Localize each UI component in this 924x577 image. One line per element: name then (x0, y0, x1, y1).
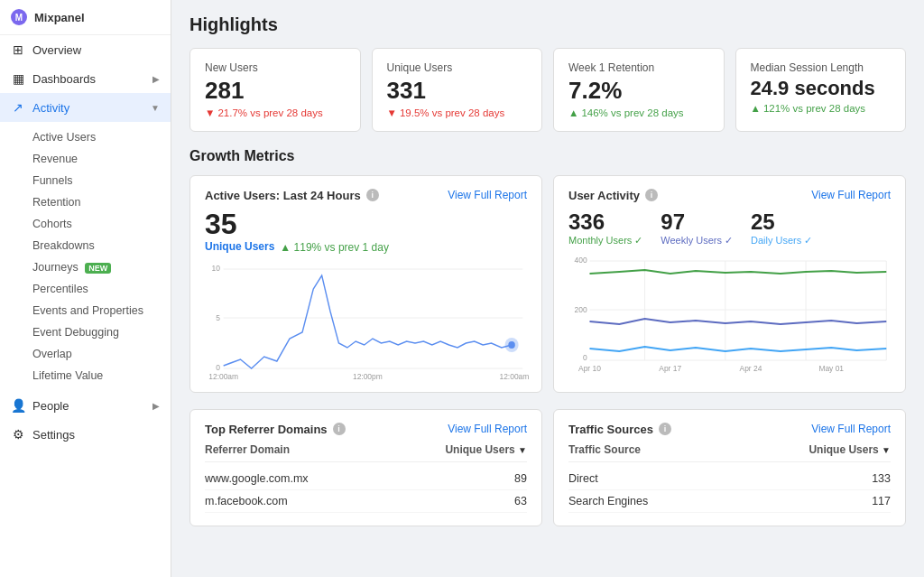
traffic-info-icon[interactable]: i (659, 423, 671, 435)
logo: M Mixpanel (0, 0, 171, 35)
sidebar-sub-breakdowns[interactable]: Breakdowns (32, 235, 171, 256)
referrer-row2-users: 63 (514, 495, 527, 507)
sidebar-sub-retention[interactable]: Retention (32, 191, 171, 213)
logo-label: Mixpanel (34, 11, 85, 24)
traffic-row2-users: 117 (872, 495, 891, 507)
ua-weekly: 97 Weekly Users ✓ (661, 209, 733, 247)
svg-point-9 (508, 341, 515, 349)
referrer-view-report[interactable]: View Full Report (448, 423, 527, 435)
sidebar-sub-journeys[interactable]: Journeys NEW (32, 256, 171, 278)
user-activity-title: User Activity (568, 189, 640, 202)
highlight-new-users-trend: ▼ 21.7% vs prev 28 days (205, 107, 346, 118)
traffic-title: Traffic Sources (568, 423, 653, 436)
referrer-title: Top Referrer Domains (205, 423, 328, 436)
user-activity-view-report[interactable]: View Full Report (811, 189, 891, 201)
user-activity-header: User Activity i View Full Report (568, 189, 891, 202)
user-activity-stats: 336 Monthly Users ✓ 97 Weekly Users ✓ 25 (568, 209, 891, 247)
ua-daily-label: Daily Users ✓ (751, 235, 812, 247)
traffic-col2-header: Unique Users ▼ (808, 443, 891, 456)
active-users-title: Active Users: Last 24 Hours (205, 189, 361, 202)
highlight-card-unique-users: Unique Users 331 ▼ 19.5% vs prev 28 days (372, 48, 543, 132)
sidebar-item-dashboards[interactable]: ▦ Dashboards ▶ (0, 64, 171, 93)
people-icon: 👤 (11, 398, 25, 413)
main-content: Highlights New Users 281 ▼ 21.7% vs prev… (171, 0, 924, 577)
svg-text:200: 200 (575, 304, 587, 313)
highlight-unique-users-value: 331 (387, 78, 528, 104)
traffic-row2-source: Search Engines (568, 495, 648, 507)
user-activity-chart: 400 200 0 (568, 254, 891, 371)
growth-metrics-row: Active Users: Last 24 Hours i View Full … (189, 175, 906, 393)
page-title: Highlights (189, 14, 906, 35)
active-users-card: Active Users: Last 24 Hours i View Full … (189, 175, 542, 393)
highlight-retention-trend: ▲ 146% vs prev 28 days (568, 107, 709, 118)
highlight-card-session-length: Median Session Length 24.9 seconds ▲ 121… (735, 48, 907, 132)
highlight-session-trend: ▲ 121% vs prev 28 days (751, 103, 892, 114)
traffic-row1-users: 133 (872, 472, 891, 485)
trend-arrow-down: ▼ (205, 107, 215, 118)
highlight-card-week1-retention: Week 1 Retention 7.2% ▲ 146% vs prev 28 … (553, 48, 725, 132)
trend-arrow-down2: ▼ (387, 107, 397, 118)
svg-text:12:00pm: 12:00pm (353, 371, 383, 380)
highlight-retention-value: 7.2% (568, 78, 709, 104)
active-users-svg: 10 5 0 12:00am 12:00pm 12:00am (205, 262, 527, 379)
sidebar-sub-funnels[interactable]: Funnels (32, 170, 171, 191)
sidebar: M Mixpanel ⊞ Overview ▦ Dashboards ▶ ↗ A… (0, 0, 171, 577)
highlights-row: New Users 281 ▼ 21.7% vs prev 28 days Un… (189, 48, 906, 132)
traffic-sort-arrow: ▼ (882, 445, 891, 455)
highlight-session-label: Median Session Length (751, 61, 892, 74)
active-users-view-report[interactable]: View Full Report (448, 189, 527, 201)
sidebar-item-activity[interactable]: ↗ Activity ▼ (0, 93, 171, 122)
sidebar-item-dashboards-label: Dashboards (32, 72, 96, 86)
sidebar-sub-events-properties[interactable]: Events and Properties (32, 300, 171, 321)
highlight-new-users-label: New Users (205, 61, 346, 74)
overview-icon: ⊞ (11, 42, 25, 57)
user-activity-info-icon[interactable]: i (645, 189, 658, 201)
settings-icon: ⚙ (11, 427, 25, 442)
svg-text:Apr 17: Apr 17 (659, 363, 681, 372)
sidebar-item-settings[interactable]: ⚙ Settings (0, 420, 171, 449)
activity-submenu: Active Users Revenue Funnels Retention C… (0, 122, 171, 391)
active-users-count: 35 (205, 209, 237, 238)
sidebar-sub-active-users[interactable]: Active Users (32, 126, 171, 148)
referrer-col2-header: Unique Users ▼ (445, 443, 527, 456)
highlight-new-users-value: 281 (205, 78, 346, 104)
sidebar-sub-lifetime-value[interactable]: Lifetime Value (32, 365, 171, 386)
sidebar-item-people-label: People (32, 399, 69, 413)
svg-text:Apr 24: Apr 24 (740, 363, 762, 372)
logo-icon: M (11, 9, 27, 25)
active-users-label: Unique Users (205, 240, 274, 253)
referrer-row1-users: 89 (514, 472, 527, 485)
referrer-row1-domain: www.google.com.mx (205, 472, 309, 485)
traffic-table-header: Traffic Source Unique Users ▼ (568, 443, 891, 462)
ua-monthly-value: 336 (568, 209, 642, 235)
ua-daily: 25 Daily Users ✓ (751, 209, 812, 247)
highlight-unique-users-trend: ▼ 19.5% vs prev 28 days (387, 107, 528, 118)
activity-chevron: ▼ (151, 103, 160, 113)
referrer-sort-arrow: ▼ (518, 445, 527, 455)
sidebar-sub-percentiles[interactable]: Percentiles (32, 278, 171, 300)
referrer-row2-domain: m.facebook.com (205, 495, 288, 507)
svg-text:May 01: May 01 (818, 363, 844, 372)
referrer-header: Top Referrer Domains i View Full Report (205, 423, 527, 436)
sidebar-sub-event-debugging[interactable]: Event Debugging (32, 321, 171, 343)
ua-monthly-label: Monthly Users ✓ (568, 235, 642, 247)
sidebar-sub-cohorts[interactable]: Cohorts (32, 213, 171, 235)
sidebar-item-overview[interactable]: ⊞ Overview (0, 35, 171, 64)
ua-weekly-label: Weekly Users ✓ (661, 235, 733, 247)
sidebar-sub-revenue[interactable]: Revenue (32, 148, 171, 170)
sidebar-item-settings-label: Settings (32, 428, 75, 442)
dashboards-icon: ▦ (11, 71, 25, 86)
trend-arrow-up2: ▲ (751, 103, 761, 114)
highlight-card-new-users: New Users 281 ▼ 21.7% vs prev 28 days (189, 48, 361, 132)
sidebar-sub-overlap[interactable]: Overlap (32, 343, 171, 365)
svg-text:0: 0 (216, 362, 220, 371)
active-users-info-icon[interactable]: i (366, 189, 379, 201)
sidebar-item-overview-label: Overview (32, 43, 81, 57)
user-activity-svg: 400 200 0 (568, 254, 891, 371)
dashboards-chevron: ▶ (152, 74, 160, 84)
user-activity-card: User Activity i View Full Report 336 Mon… (553, 175, 906, 393)
sidebar-item-people[interactable]: 👤 People ▶ (0, 391, 171, 420)
traffic-view-report[interactable]: View Full Report (811, 423, 891, 435)
traffic-header: Traffic Sources i View Full Report (568, 423, 891, 436)
referrer-info-icon[interactable]: i (333, 423, 346, 435)
